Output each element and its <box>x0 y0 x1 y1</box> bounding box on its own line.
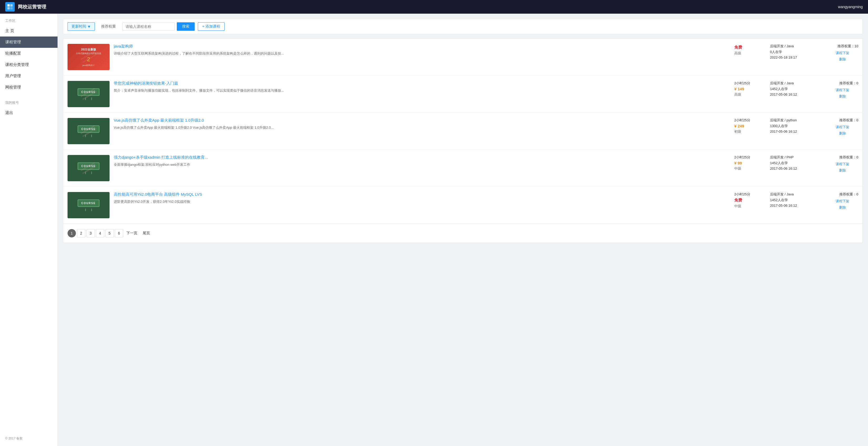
header-username: wangyangming <box>838 5 863 9</box>
course-download-link[interactable]: 课程下架 <box>827 162 858 166</box>
course-meta: 免费 高级 <box>734 44 766 56</box>
account-label: 我的账号 <box>0 96 58 107</box>
course-date: 2017-05-06 16:12 <box>770 92 823 96</box>
course-duration: 2小时25分 <box>734 81 766 86</box>
sidebar-item-carousel[interactable]: 轮播配置 <box>0 48 58 59</box>
page-2-button[interactable]: 2 <box>77 229 85 237</box>
course-meta: 2小时25分 ¥ 249 初级 <box>734 118 766 134</box>
main-content: 更新时间 ▼ 推荐权重 搜索 + 添加课程 2022全新版 分布式架构设计 <box>58 14 868 446</box>
table-row: 2022全新版 分布式架构设计与开发实战 2 java架构设计 mudaima.… <box>63 39 863 76</box>
add-course-label: + 添加课程 <box>202 24 220 28</box>
course-info: Vue.js高仿饿了么外卖App 最火前端框架 1.0升级2.0 Vue.js高… <box>114 118 730 131</box>
page-3-button[interactable]: 3 <box>87 229 95 237</box>
page-1-button[interactable]: 1 <box>67 229 76 237</box>
search-input[interactable] <box>122 23 175 30</box>
course-thumbnail: 2022全新版 分布式架构设计与开发实战 2 java架构设计 mudaima.… <box>67 44 110 70</box>
course-actions: 推荐权重：0 课程下架 删除 <box>827 118 858 136</box>
course-date: 2017-05-06 16:12 <box>770 129 823 133</box>
search-button[interactable]: 搜索 <box>177 22 195 31</box>
course-info: 高性能高可用Yii2.0电商平台 高级组件 MySQL LVS 进阶更高阶的Yi… <box>114 192 730 204</box>
sort-time-label: 更新时间 <box>71 24 86 29</box>
course-students: 0人在学 <box>770 50 823 54</box>
svg-rect-2 <box>7 7 10 9</box>
course-price: ¥ 149 <box>734 87 766 91</box>
sort-time-button[interactable]: 更新时间 ▼ <box>67 22 95 31</box>
course-actions: 推荐权重：10 课程下架 删除 <box>827 44 858 62</box>
table-row: COURSE 高性能高可用Yii2.0电商平台 高级组件 MySQL LVS 进… <box>63 187 863 224</box>
course-title[interactable]: 强力django+杀手级xadmin 打造上线标准的在线教育... <box>114 155 730 160</box>
course-meta: 2小时25分 ¥ 149 高级 <box>734 81 766 97</box>
page-4-button[interactable]: 4 <box>96 229 104 237</box>
course-level: 中级 <box>734 166 766 171</box>
app-header: 网校运营管理 wangyangming <box>0 0 868 14</box>
copyright: © 2017 备案 <box>0 431 58 446</box>
sort-weight-button[interactable]: 推荐权重 <box>97 23 120 30</box>
svg-rect-3 <box>10 7 12 9</box>
course-download-link[interactable]: 课程下架 <box>827 88 858 92</box>
course-stats: 后端开发 / Java 1452人在学 2017-05-06 16:12 <box>770 192 823 208</box>
sort-weight-label: 推荐权重 <box>101 24 116 28</box>
toolbar: 更新时间 ▼ 推荐权重 搜索 + 添加课程 <box>63 19 863 34</box>
course-delete-link[interactable]: 删除 <box>827 57 858 62</box>
table-row: COURSE mudaima.commudaima.com 强力django+杀… <box>63 150 863 187</box>
course-level: 中级 <box>734 204 766 209</box>
course-weight: 推荐权重：0 <box>827 118 858 123</box>
logo-icon <box>5 2 15 11</box>
sidebar-item-school[interactable]: 网校管理 <box>0 82 58 93</box>
course-delete-link[interactable]: 删除 <box>827 205 858 210</box>
sidebar-item-user[interactable]: 用户管理 <box>0 70 58 82</box>
course-weight: 推荐权重：0 <box>827 81 858 86</box>
course-price: ¥ 249 <box>734 124 766 128</box>
course-delete-link[interactable]: 删除 <box>827 94 858 99</box>
course-desc: 详细介绍了大型互联网系统架构演进的过程，了解在不同阶段所采用的系统架构是怎么样的… <box>114 51 730 57</box>
sidebar-item-course[interactable]: 课程管理 <box>0 36 58 48</box>
add-course-button[interactable]: + 添加课程 <box>198 22 225 31</box>
course-students: 1452人在学 <box>770 198 823 202</box>
sidebar-item-category[interactable]: 课程分类管理 <box>0 59 58 70</box>
course-weight: 推荐权重：10 <box>827 44 858 49</box>
course-download-link[interactable]: 课程下架 <box>827 125 858 129</box>
course-title[interactable]: 高性能高可用Yii2.0电商平台 高级组件 MySQL LVS <box>114 192 730 197</box>
course-date: 2017-05-06 16:12 <box>770 166 823 170</box>
sidebar-item-course-label: 课程管理 <box>5 40 21 45</box>
course-info: java架构师 详细介绍了大型互联网系统架构演进的过程，了解在不同阶段所采用的系… <box>114 44 730 57</box>
sidebar-item-home[interactable]: 主 页 <box>0 25 58 36</box>
table-row: COURSE mudaima.commudaima.com 带您完成神秘的涟漪按… <box>63 76 863 113</box>
next-page-button[interactable]: 下一页 <box>124 231 140 235</box>
course-date: 2022-05-18 19:17 <box>770 56 823 59</box>
course-delete-link[interactable]: 删除 <box>827 131 858 136</box>
course-desc: 进阶更高阶的Yii2.0开发，获得2-3年Yii2.0实战经验 <box>114 199 730 204</box>
table-row: COURSE mudaima.commudaima.com Vue.js高仿饿了… <box>63 113 863 150</box>
app-title: 网校运营管理 <box>18 4 46 10</box>
course-meta: 2小时25分 免费 中级 <box>734 192 766 209</box>
course-title[interactable]: Vue.js高仿饿了么外卖App 最火前端框架 1.0升级2.0 <box>114 118 730 123</box>
course-category: 后端开发 / Java <box>770 44 823 49</box>
course-delete-link[interactable]: 删除 <box>827 168 858 173</box>
sidebar-item-home-label: 主 页 <box>5 28 14 33</box>
course-info: 带您完成神秘的涟漪按钮效果-入门篇 简介：安卓声音录制与播放功能实现，包括录制到… <box>114 81 730 94</box>
main-layout: 工作区 主 页 课程管理 轮播配置 课程分类管理 用户管理 网校管理 我的账号 … <box>0 0 868 446</box>
workspace-label: 工作区 <box>0 14 58 25</box>
course-duration: 2小时25分 <box>734 118 766 123</box>
sidebar-item-logout[interactable]: 退出 <box>0 107 58 119</box>
course-info: 强力django+杀手级xadmin 打造上线标准的在线教育... 全面掌握dj… <box>114 155 730 167</box>
course-download-link[interactable]: 课程下架 <box>827 51 858 56</box>
course-stats: 后端开发 / Java 0人在学 2022-05-18 19:17 <box>770 44 823 59</box>
course-price: 免费 <box>734 198 766 203</box>
sidebar-item-user-label: 用户管理 <box>5 73 21 78</box>
course-level: 初级 <box>734 129 766 134</box>
course-title[interactable]: java架构师 <box>114 44 730 49</box>
course-price: ¥ 99 <box>734 161 766 165</box>
course-actions: 推荐权重：0 课程下架 删除 <box>827 155 858 173</box>
page-5-button[interactable]: 5 <box>105 229 114 237</box>
page-6-button[interactable]: 6 <box>115 229 123 237</box>
search-button-label: 搜索 <box>182 24 189 28</box>
last-page-button[interactable]: 尾页 <box>141 231 152 235</box>
sidebar-item-category-label: 课程分类管理 <box>5 62 29 67</box>
course-duration: 2小时25分 <box>734 192 766 197</box>
sidebar: 工作区 主 页 课程管理 轮播配置 课程分类管理 用户管理 网校管理 我的账号 … <box>0 14 58 446</box>
course-title[interactable]: 带您完成神秘的涟漪按钮效果-入门篇 <box>114 81 730 86</box>
pagination: 1 2 3 4 5 6 下一页 尾页 <box>63 224 863 243</box>
course-download-link[interactable]: 课程下架 <box>827 199 858 203</box>
course-stats: 后端开发 / python 1300人在学 2017-05-06 16:12 <box>770 118 823 133</box>
